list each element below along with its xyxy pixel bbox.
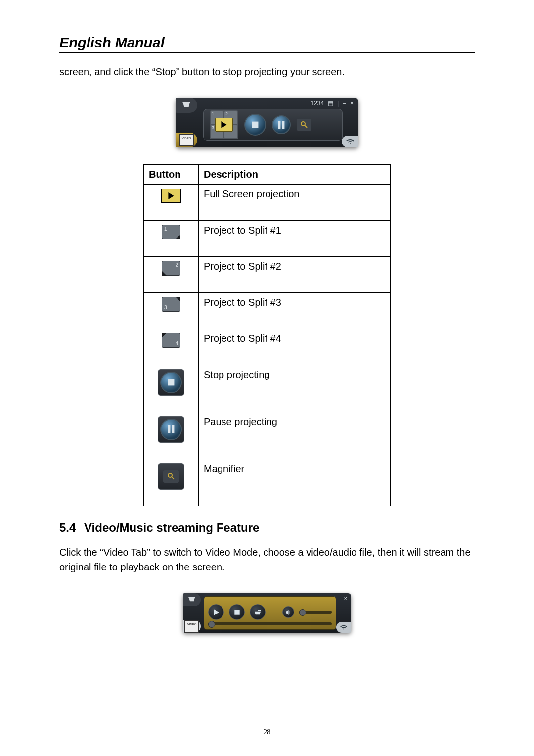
icon-cell-split3: 3 [144, 293, 199, 329]
wifi-icon [340, 624, 348, 630]
video-play-button[interactable] [208, 604, 224, 620]
play-icon [213, 609, 220, 615]
split1-icon: 1 [162, 225, 180, 239]
video-toolbar-figure: VIDEO ▤ | – × [59, 593, 475, 635]
icon-cell-split4: 4 [144, 329, 199, 365]
split2-icon: 2 [162, 261, 180, 276]
table-row: Full Screen projection [144, 185, 391, 221]
projection-toolbar-figure: VIDEO 1234 ▤ | – × 1 2 3 4 [59, 98, 475, 149]
desc-cell: Magnifier [199, 459, 391, 506]
table-row: Magnifier [144, 459, 391, 506]
section-heading: 5.4 Video/Music streaming Feature [59, 521, 475, 535]
desc-cell: Full Screen projection [199, 185, 391, 221]
minimize-icon[interactable]: – [338, 595, 341, 601]
table-row: 2 Project to Split #2 [144, 257, 391, 293]
monitor-icon [188, 597, 196, 603]
header-description: Description [199, 165, 391, 185]
volume-icon [285, 609, 292, 615]
table-row: Stop projecting [144, 365, 391, 412]
svg-rect-7 [168, 425, 171, 433]
svg-rect-3 [282, 121, 285, 129]
pause-button[interactable] [272, 115, 291, 134]
magnifier-icon [163, 470, 179, 483]
icon-cell-stop [144, 365, 199, 412]
icon-cell-pause [144, 412, 199, 459]
progress-slider[interactable] [208, 622, 332, 625]
page-title: English Manual [59, 35, 475, 53]
intro-paragraph: screen, and click the “Stop” button to s… [59, 64, 475, 79]
close-icon[interactable]: × [344, 595, 347, 601]
table-row: 4 Project to Split #4 [144, 329, 391, 365]
divider: | [337, 100, 339, 107]
page-number: 28 [0, 728, 534, 736]
header-button: Button [144, 165, 199, 185]
svg-rect-12 [234, 610, 239, 614]
video-tab[interactable]: VIDEO [176, 133, 197, 147]
magnifier-icon [300, 121, 308, 129]
svg-rect-2 [278, 121, 281, 129]
stop-icon [234, 609, 240, 615]
projection-tab[interactable] [176, 98, 197, 113]
menu-icon[interactable]: ▤ [328, 100, 333, 107]
wifi-indicator [342, 136, 358, 147]
video-tab-label: VIDEO [184, 620, 199, 633]
desc-cell: Stop projecting [199, 365, 391, 412]
svg-line-10 [172, 477, 174, 479]
table-row: 1 Project to Split #1 [144, 221, 391, 257]
video-toolbar: VIDEO ▤ | – × [183, 593, 351, 633]
projection-tab[interactable] [183, 593, 201, 606]
svg-rect-6 [168, 379, 175, 386]
desc-cell: Project to Split #1 [199, 221, 391, 257]
section-paragraph: Click the “Video Tab” to switch to Video… [59, 545, 475, 574]
stop-button[interactable] [244, 114, 266, 136]
progress-row [208, 620, 332, 627]
play-icon [161, 189, 181, 203]
video-volume-button[interactable] [282, 606, 294, 618]
table-header-row: Button Description [144, 165, 391, 185]
wifi-indicator [336, 622, 351, 633]
slider-thumb[interactable] [208, 621, 215, 628]
minimize-icon[interactable]: – [343, 100, 346, 107]
svg-rect-8 [172, 425, 175, 433]
volume-slider[interactable] [299, 611, 332, 614]
section-number: 5.4 [59, 521, 84, 535]
desc-cell: Project to Split #3 [199, 293, 391, 329]
projection-toolbar: VIDEO 1234 ▤ | – × 1 2 3 4 [176, 98, 358, 147]
toolbar2-main [204, 596, 336, 630]
svg-point-9 [168, 473, 172, 477]
close-icon[interactable]: × [350, 100, 354, 107]
svg-point-4 [301, 122, 305, 126]
video-tab-label: VIDEO [179, 134, 194, 146]
icon-cell-magnifier [144, 459, 199, 506]
slider-thumb[interactable] [299, 609, 306, 616]
video-tab[interactable]: VIDEO [183, 620, 201, 633]
pause-icon [277, 121, 285, 129]
table-row: 3 Project to Split #3 [144, 293, 391, 329]
wifi-icon [346, 138, 355, 145]
desc-cell: Project to Split #4 [199, 329, 391, 365]
toolbar-main-row: 1 2 3 4 [203, 109, 343, 141]
video-control-row [208, 604, 332, 620]
video-open-button[interactable] [250, 604, 266, 620]
table-row: Pause projecting [144, 412, 391, 459]
pause-icon [160, 419, 182, 440]
svg-rect-11 [188, 597, 195, 598]
icon-cell-play [144, 185, 199, 221]
svg-rect-0 [183, 102, 190, 103]
toolbar-top-controls: 1234 ▤ | – × [311, 100, 354, 107]
icon-cell-split1: 1 [144, 221, 199, 257]
svg-rect-1 [252, 122, 259, 128]
desc-cell: Pause projecting [199, 412, 391, 459]
split-grid: 1 2 3 4 [210, 110, 238, 139]
stop-icon [251, 121, 259, 129]
section-title: Video/Music streaming Feature [84, 521, 259, 535]
monitor-icon [182, 102, 191, 109]
button-description-table: Button Description Full Screen projectio… [143, 164, 391, 506]
manual-page: English Manual screen, and click the “St… [0, 0, 534, 756]
magnifier-button[interactable] [297, 119, 312, 131]
play-icon [221, 121, 227, 128]
fullscreen-play-button[interactable] [215, 118, 233, 132]
footer-rule [59, 723, 475, 723]
desc-cell: Project to Split #2 [199, 257, 391, 293]
video-stop-button[interactable] [229, 604, 245, 620]
